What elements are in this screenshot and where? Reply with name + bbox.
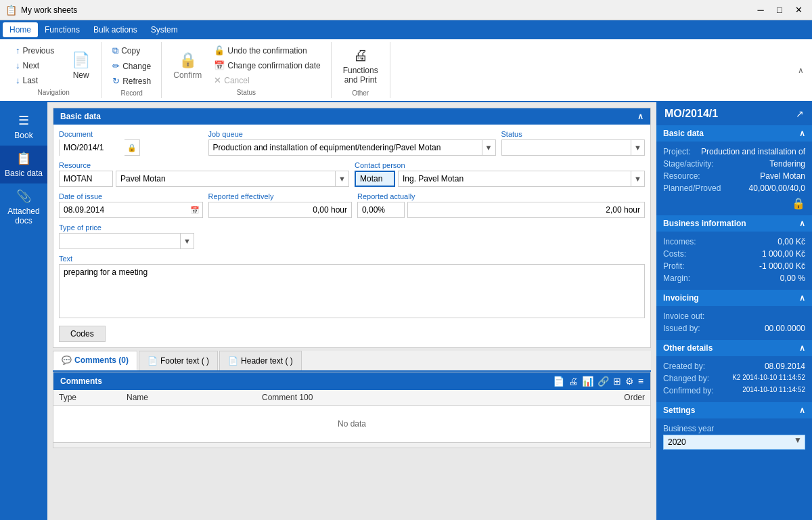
menu-system[interactable]: System <box>144 22 185 37</box>
new-document-icon: 📄 <box>72 51 90 69</box>
external-link-icon[interactable]: ↗ <box>796 108 804 119</box>
right-row-incomes: Incomes: 0,00 Kč <box>663 236 805 248</box>
right-section-other: Other details ∧ Created by: 08.09.2014 C… <box>656 340 812 401</box>
job-queue-input[interactable] <box>209 141 482 154</box>
ribbon-navigation-group: ↑ Previous ↓ Next ↓ Last 📄 New Navigatio… <box>5 42 102 98</box>
text-textarea[interactable]: preparing for a meeting <box>59 264 645 318</box>
right-row-business-year-label: Business year <box>663 422 805 435</box>
menu-home[interactable]: Home <box>3 22 38 37</box>
status-field: Status ▼ <box>501 130 646 156</box>
comments-chart-btn[interactable]: 📊 <box>582 376 593 387</box>
contact-person-dropdown-icon[interactable]: ▼ <box>631 171 644 186</box>
comments-table-header: Type Name Comment 100 Order <box>53 390 650 406</box>
calendar-small-icon[interactable]: 📅 <box>187 206 202 215</box>
right-section-other-header[interactable]: Other details ∧ <box>656 340 812 356</box>
ribbon-record-buttons: ⧉ Copy ✏ Change ↻ Refresh <box>108 43 156 88</box>
business-year-dropdown-icon[interactable]: ▼ <box>791 435 805 449</box>
col-type-header: Type <box>59 393 127 402</box>
form-row-3: Date of issue 📅 Reported effectively Rep… <box>59 192 645 218</box>
tab-header-text[interactable]: 📄 Header text ( ) <box>219 351 302 370</box>
comments-menu-btn[interactable]: ≡ <box>638 376 644 387</box>
document-input[interactable] <box>60 139 125 156</box>
date-input[interactable] <box>60 203 187 217</box>
resource-section: Resource ▼ <box>59 161 349 187</box>
menu-functions[interactable]: Functions <box>38 22 87 37</box>
cancel-icon: ✕ <box>214 75 221 85</box>
close-button[interactable]: ✕ <box>790 3 807 17</box>
collapse-icon[interactable]: ∧ <box>637 112 644 121</box>
right-panel-title: MO/2014/1 <box>664 108 718 120</box>
comments-link-btn[interactable]: 🔗 <box>597 376 609 387</box>
right-panel: MO/2014/1 ↗ Basic data ∧ Project: Produc… <box>656 102 812 520</box>
maximize-button[interactable]: □ <box>771 3 788 17</box>
ribbon-nav-buttons: ↑ Previous ↓ Next ↓ Last 📄 New <box>11 43 96 87</box>
status-group-label: Status <box>237 89 256 96</box>
right-section-invoicing-header[interactable]: Invoicing ∧ <box>656 290 812 306</box>
status-dropdown-icon[interactable]: ▼ <box>631 140 644 155</box>
comments-settings-btn[interactable]: ⚙ <box>625 376 634 387</box>
last-button[interactable]: ↓ Last <box>11 73 43 87</box>
tab-comments[interactable]: 💬 Comments (0) <box>53 351 137 370</box>
contact-input[interactable] <box>355 171 395 187</box>
right-row-invoice-out: Invoice out: <box>663 310 805 322</box>
tab-footer-text[interactable]: 📄 Footer text ( ) <box>139 351 218 370</box>
comments-new-btn[interactable]: 📄 <box>553 376 564 387</box>
undo-confirmation-button[interactable]: 🔓 Undo the confirmation <box>209 43 311 58</box>
new-button[interactable]: 📄 New <box>66 48 96 83</box>
resource-row: ▼ <box>59 171 349 187</box>
menu-bulk-actions[interactable]: Bulk actions <box>87 22 144 37</box>
change-button[interactable]: ✏ Change <box>108 59 156 73</box>
menu-bar: Home Functions Bulk actions System <box>0 20 812 39</box>
ribbon-collapse-button[interactable]: ∧ <box>795 42 807 98</box>
down-last-icon: ↓ <box>16 75 20 85</box>
type-price-dropdown-icon[interactable]: ▼ <box>180 234 194 248</box>
business-year-input[interactable] <box>664 435 791 449</box>
right-section-other-body: Created by: 08.09.2014 Changed by: K2 20… <box>656 356 812 401</box>
resource-person-wrapper: ▼ <box>116 171 349 187</box>
contact-person-wrapper: ▼ <box>398 171 645 187</box>
right-section-basic-data-header[interactable]: Basic data ∧ <box>656 125 812 142</box>
right-row-stage: Stage/activity: Tendering <box>663 158 805 170</box>
ribbon-status-group: 🔒 Confirm 🔓 Undo the confirmation 📅 Chan… <box>162 42 331 98</box>
sidebar-item-basic-data[interactable]: 📋 Basic data <box>0 146 47 183</box>
date-field: Date of issue 📅 <box>59 192 203 218</box>
job-queue-dropdown-icon[interactable]: ▼ <box>482 140 495 155</box>
col-order-header: Order <box>591 393 645 402</box>
right-section-settings-body: Business year ▼ <box>656 418 812 454</box>
right-row-resource: Resource: Pavel Motan <box>663 170 805 182</box>
change-confirmation-date-button[interactable]: 📅 Change confirmation date <box>209 58 325 72</box>
resource-person-input[interactable] <box>116 172 335 186</box>
collapse-business-icon: ∧ <box>799 219 805 228</box>
contact-person-input[interactable] <box>399 172 631 186</box>
reported-eff-input[interactable] <box>208 202 353 218</box>
form-row-5: Text preparing for a meeting <box>59 255 645 320</box>
next-button[interactable]: ↓ Next <box>11 58 44 72</box>
sidebar-item-attached-docs[interactable]: 📎 Attached docs <box>0 183 47 231</box>
type-price-input[interactable] <box>60 234 180 248</box>
minimize-button[interactable]: ─ <box>752 3 769 17</box>
lock-green-right-icon: 🔒 <box>663 197 805 210</box>
status-input[interactable] <box>502 141 631 154</box>
right-section-settings-header[interactable]: Settings ∧ <box>656 402 812 418</box>
resource-person-dropdown-icon[interactable]: ▼ <box>335 171 348 186</box>
refresh-button[interactable]: ↻ Refresh <box>108 74 156 88</box>
window-controls: ─ □ ✕ <box>752 3 807 17</box>
right-panel-header: MO/2014/1 ↗ <box>656 102 812 125</box>
functions-print-button[interactable]: 🖨 Functions and Print <box>337 43 384 88</box>
right-row-project: Project: Production and installation of <box>663 146 805 158</box>
copy-button[interactable]: ⧉ Copy <box>108 43 145 58</box>
comments-grid-btn[interactable]: ⊞ <box>613 376 621 387</box>
reported-act-row <box>357 202 645 218</box>
comments-tab-icon: 💬 <box>62 355 72 365</box>
right-section-business: Business information ∧ Incomes: 0,00 Kč … <box>656 215 812 288</box>
sidebar-item-book[interactable]: ☰ Book <box>0 108 47 146</box>
comments-print-btn[interactable]: 🖨 <box>568 376 578 387</box>
confirm-button[interactable]: 🔒 Confirm <box>167 48 208 83</box>
reported-act-pct-input[interactable] <box>357 202 405 218</box>
reported-act-value-input[interactable] <box>407 202 645 218</box>
previous-button[interactable]: ↑ Previous <box>11 43 59 58</box>
codes-button[interactable]: Codes <box>59 326 106 342</box>
right-section-business-header[interactable]: Business information ∧ <box>656 215 812 232</box>
right-row-margin: Margin: 0,00 % <box>663 272 805 284</box>
resource-input[interactable] <box>59 171 113 187</box>
